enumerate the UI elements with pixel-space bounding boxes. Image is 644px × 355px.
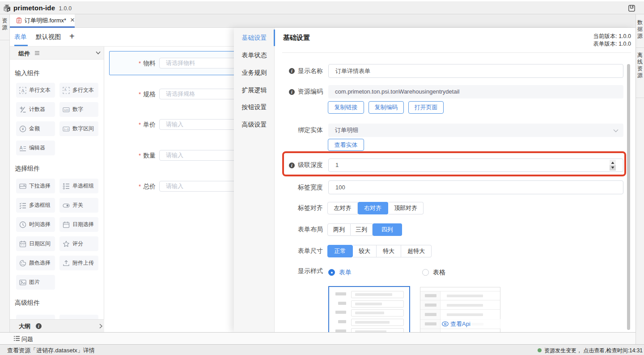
svg-text:123: 123 — [64, 108, 69, 111]
svg-text:A: A — [20, 145, 23, 150]
svg-text:A: A — [64, 88, 67, 92]
svg-text:¥: ¥ — [21, 127, 24, 131]
svg-text:1~3: 1~3 — [64, 128, 69, 130]
svg-text:A: A — [21, 88, 25, 93]
